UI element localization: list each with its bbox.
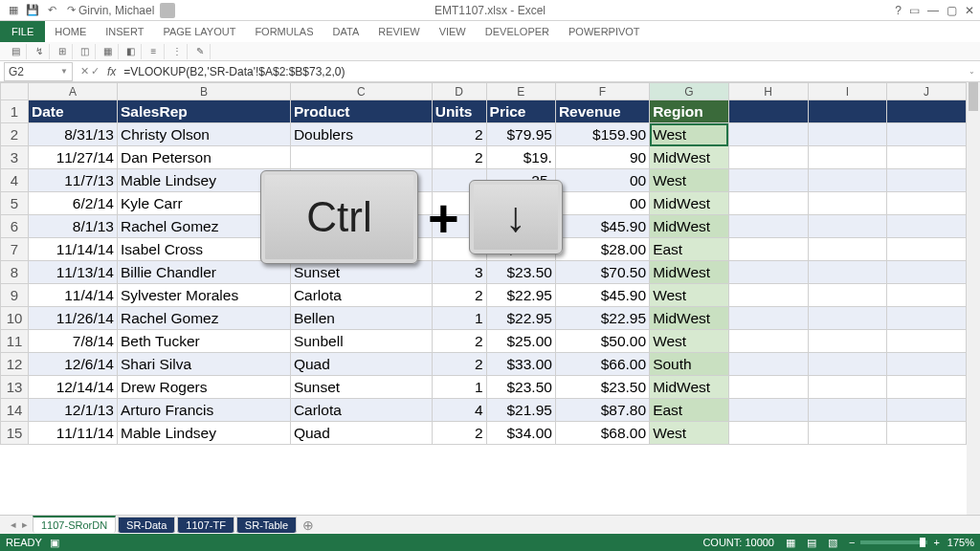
- expand-formula-icon[interactable]: ⌄: [963, 67, 980, 76]
- cell-D10[interactable]: 1: [432, 307, 486, 330]
- cell-F13[interactable]: $23.50: [555, 376, 649, 399]
- cell-B13[interactable]: Drew Rogers: [117, 376, 290, 399]
- cell-G11[interactable]: West: [650, 330, 729, 353]
- cell-H8[interactable]: [728, 261, 808, 284]
- row-header-7[interactable]: 7: [1, 238, 29, 261]
- cell-J4[interactable]: [887, 169, 967, 192]
- cell-A14[interactable]: 12/1/13: [28, 399, 117, 422]
- ribbon-tab[interactable]: FORMULAS: [245, 21, 323, 42]
- header-cell[interactable]: SalesRep: [117, 100, 290, 123]
- cell-F6[interactable]: $45.90: [555, 215, 649, 238]
- tool-icon[interactable]: ⋮: [167, 44, 188, 59]
- cell-I10[interactable]: [808, 307, 887, 330]
- cell-H10[interactable]: [728, 307, 808, 330]
- cell-G6[interactable]: MidWest: [650, 215, 729, 238]
- ribbon-tab[interactable]: REVIEW: [368, 21, 429, 42]
- cell-D11[interactable]: 2: [432, 330, 486, 353]
- cell-A10[interactable]: 11/26/14: [28, 307, 117, 330]
- cell-D12[interactable]: 2: [432, 353, 486, 376]
- row-header-3[interactable]: 3: [1, 146, 29, 169]
- cell-B5[interactable]: Kyle Carr: [117, 192, 290, 215]
- sheet-tab[interactable]: SR-Data: [118, 517, 175, 533]
- cell-C6[interactable]: Carlota: [290, 215, 432, 238]
- name-box[interactable]: G2 ▼: [4, 62, 73, 81]
- cell-B11[interactable]: Beth Tucker: [117, 330, 290, 353]
- cell-G7[interactable]: East: [650, 238, 729, 261]
- add-sheet-button[interactable]: ⊕: [302, 518, 314, 533]
- cell-J13[interactable]: [887, 376, 967, 399]
- sheet-tab[interactable]: SR-Table: [236, 517, 297, 533]
- cell-B12[interactable]: Shari Silva: [117, 353, 290, 376]
- ribbon-tab[interactable]: VIEW: [430, 21, 476, 42]
- cancel-icon[interactable]: ✕: [80, 65, 89, 77]
- cell-E14[interactable]: $21.95: [486, 399, 555, 422]
- cell-D5[interactable]: 3: [432, 192, 486, 215]
- cell-J3[interactable]: [887, 146, 967, 169]
- cell-F3[interactable]: 90: [555, 146, 649, 169]
- cell-H3[interactable]: [728, 146, 808, 169]
- redo-icon[interactable]: ↷: [63, 3, 78, 18]
- spreadsheet-grid[interactable]: ABCDEFGHIJ1DateSalesRepProductUnitsPrice…: [0, 82, 980, 445]
- view-layout-icon[interactable]: ▤: [807, 537, 816, 549]
- cell-J6[interactable]: [887, 215, 967, 238]
- zoom-slider[interactable]: [860, 540, 927, 544]
- cell-A9[interactable]: 11/4/14: [28, 284, 117, 307]
- col-header-E[interactable]: E: [486, 83, 555, 100]
- cell-H2[interactable]: [728, 123, 808, 146]
- header-cell[interactable]: Date: [28, 100, 117, 123]
- cell-F10[interactable]: $22.95: [555, 307, 649, 330]
- file-tab[interactable]: FILE: [0, 21, 45, 42]
- tool-icon[interactable]: ◫: [75, 44, 96, 59]
- cell-I13[interactable]: [808, 376, 887, 399]
- cell-B10[interactable]: Rachel Gomez: [117, 307, 290, 330]
- cell-I6[interactable]: [808, 215, 887, 238]
- cell-H15[interactable]: [728, 422, 808, 445]
- cell-E9[interactable]: $22.95: [486, 284, 555, 307]
- tool-icon[interactable]: ✎: [189, 44, 211, 59]
- cell-J14[interactable]: [887, 399, 967, 422]
- cell-G10[interactable]: MidWest: [650, 307, 729, 330]
- row-header-11[interactable]: 11: [1, 330, 29, 353]
- cell-J8[interactable]: [887, 261, 967, 284]
- ribbon-tab[interactable]: INSERT: [96, 21, 153, 42]
- row-header-10[interactable]: 10: [1, 307, 29, 330]
- sheet-nav-prev[interactable]: ◂: [8, 518, 19, 531]
- cell-G5[interactable]: MidWest: [650, 192, 729, 215]
- cell-G15[interactable]: West: [650, 422, 729, 445]
- cell-I7[interactable]: [808, 238, 887, 261]
- cell-B2[interactable]: Christy Olson: [117, 123, 290, 146]
- header-cell[interactable]: [808, 100, 887, 123]
- col-header-H[interactable]: H: [728, 83, 808, 100]
- cell-C12[interactable]: Quad: [290, 353, 432, 376]
- cell-C14[interactable]: Carlota: [290, 399, 432, 422]
- ribbon-tab[interactable]: PAGE LAYOUT: [153, 21, 245, 42]
- tool-icon[interactable]: ▦: [98, 44, 119, 59]
- header-cell[interactable]: Region: [650, 100, 729, 123]
- cell-C11[interactable]: Sunbell: [290, 330, 432, 353]
- cell-B8[interactable]: Billie Chandler: [117, 261, 290, 284]
- tool-icon[interactable]: ⊞: [52, 44, 73, 59]
- cell-F9[interactable]: $45.90: [555, 284, 649, 307]
- cell-G8[interactable]: MidWest: [650, 261, 729, 284]
- cell-I5[interactable]: [808, 192, 887, 215]
- cell-A7[interactable]: 11/14/14: [28, 238, 117, 261]
- cell-H7[interactable]: [728, 238, 808, 261]
- user-area[interactable]: Girvin, Michael: [78, 3, 175, 18]
- cell-I14[interactable]: [808, 399, 887, 422]
- col-header-C[interactable]: C: [290, 83, 432, 100]
- cell-E13[interactable]: $23.50: [486, 376, 555, 399]
- cell-C7[interactable]: Majestic Beaut: [290, 238, 432, 261]
- cell-E7[interactable]: $28.00: [486, 238, 555, 261]
- cell-E5[interactable]: $33.: [486, 192, 555, 215]
- maximize-icon[interactable]: ▢: [947, 4, 957, 17]
- cell-C8[interactable]: Sunset: [290, 261, 432, 284]
- ribbon-options-icon[interactable]: ▭: [909, 4, 920, 17]
- cell-C13[interactable]: Sunset: [290, 376, 432, 399]
- cell-D15[interactable]: 2: [432, 422, 486, 445]
- cell-A6[interactable]: 8/1/13: [28, 215, 117, 238]
- fx-icon[interactable]: fx: [107, 65, 116, 78]
- cell-C4[interactable]: [290, 169, 432, 192]
- cell-I2[interactable]: [808, 123, 887, 146]
- cell-I12[interactable]: [808, 353, 887, 376]
- row-header-8[interactable]: 8: [1, 261, 29, 284]
